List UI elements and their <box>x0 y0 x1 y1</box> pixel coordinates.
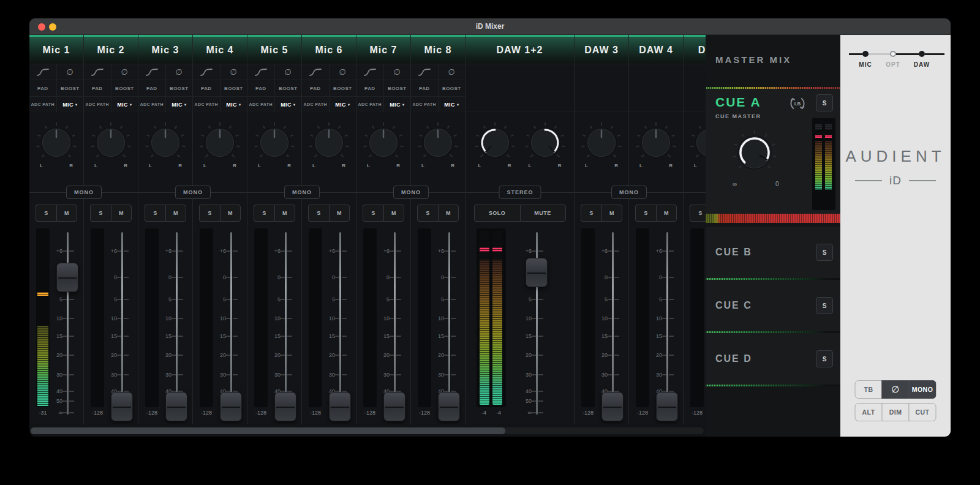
pad-button[interactable]: PAD <box>138 80 165 96</box>
mono-link-button[interactable]: MONO <box>611 186 647 199</box>
pad-button[interactable]: PAD <box>302 80 329 96</box>
boost-button[interactable]: BOOST <box>275 80 302 96</box>
pad-button[interactable]: PAD <box>247 80 274 96</box>
fader[interactable]: +605101520304050∞ <box>53 228 82 416</box>
pan-knob[interactable] <box>688 121 706 167</box>
loopback-icon[interactable]: LB <box>786 92 809 115</box>
fader-handle[interactable] <box>329 392 351 421</box>
mute-button[interactable]: M <box>329 205 350 222</box>
pad-button[interactable]: PAD <box>356 80 383 96</box>
pad-button[interactable]: PAD <box>84 80 111 96</box>
polarity-button[interactable]: ∅ <box>221 64 247 80</box>
solo-button[interactable]: S <box>363 205 383 222</box>
mute-button[interactable]: M <box>274 205 295 222</box>
solo-button[interactable]: S <box>254 205 274 222</box>
source-select[interactable]: MIC▾ <box>166 97 193 112</box>
source-select[interactable]: MIC▾ <box>330 97 356 112</box>
dim-button[interactable]: DIM <box>882 403 910 421</box>
mute-button[interactable]: M <box>656 205 677 222</box>
cue-c-solo-button[interactable]: S <box>816 297 833 314</box>
channel-header[interactable]: DAW <box>684 35 706 64</box>
talkback-button[interactable]: TB <box>855 380 883 399</box>
polarity-button[interactable]: ∅ <box>439 64 466 80</box>
channel-header[interactable]: Mic 3 <box>138 35 192 64</box>
fader-handle[interactable] <box>601 392 624 421</box>
fader[interactable]: +605101520304050∞ <box>216 228 246 416</box>
source-select[interactable]: MIC▾ <box>439 97 466 112</box>
pan-knob[interactable] <box>634 121 678 167</box>
channel-header[interactable]: Mic 1 <box>29 35 83 64</box>
source-select[interactable]: MIC▾ <box>384 97 411 112</box>
mono-button[interactable]: MONO <box>909 380 937 399</box>
fader-handle[interactable] <box>438 392 460 421</box>
mute-button[interactable]: M <box>56 205 77 222</box>
fader-handle[interactable] <box>526 258 548 287</box>
boost-button[interactable]: BOOST <box>111 80 138 96</box>
alt-speaker-button[interactable]: ALT <box>855 403 883 421</box>
mute-button[interactable]: M <box>601 205 622 222</box>
pad-button[interactable]: PAD <box>29 80 56 96</box>
boost-button[interactable]: BOOST <box>330 80 356 96</box>
mute-button[interactable]: M <box>383 205 404 222</box>
fader-handle[interactable] <box>656 392 678 421</box>
pad-button[interactable]: PAD <box>193 80 220 96</box>
boost-button[interactable]: BOOST <box>221 80 247 96</box>
cue-master-volume-knob[interactable] <box>729 127 780 178</box>
horizontal-scrollbar[interactable] <box>31 427 704 434</box>
source-select[interactable]: MIC▾ <box>57 97 84 112</box>
window-titlebar[interactable]: iD Mixer <box>29 18 951 35</box>
channel-header[interactable]: Mic 2 <box>84 35 138 64</box>
fader[interactable]: +605101520304050∞ <box>434 228 464 416</box>
opt-position-dot[interactable] <box>890 51 896 57</box>
pan-knob[interactable] <box>579 121 624 167</box>
hpf-filter-button[interactable] <box>193 64 220 80</box>
channel-header[interactable]: DAW 1+2 <box>466 35 574 64</box>
channel-header[interactable]: Mic 8 <box>411 35 465 64</box>
channel-header[interactable]: Mic 7 <box>356 35 410 64</box>
fader[interactable]: +605101520304050∞ <box>325 228 355 416</box>
fader-handle[interactable] <box>274 392 296 421</box>
boost-button[interactable]: BOOST <box>57 80 84 96</box>
polarity-button[interactable]: ∅ <box>384 64 411 80</box>
polarity-button[interactable]: ∅ <box>111 64 138 80</box>
pan-knob[interactable] <box>361 121 405 167</box>
mute-button[interactable]: M <box>220 205 241 222</box>
pan-knob[interactable] <box>252 121 296 167</box>
channel-header[interactable]: Mic 6 <box>302 35 356 64</box>
fader-handle[interactable] <box>56 263 78 292</box>
mono-link-button[interactable]: MONO <box>175 186 211 199</box>
scrollbar-thumb[interactable] <box>31 427 505 434</box>
solo-button[interactable]: S <box>635 205 656 222</box>
cut-button[interactable]: CUT <box>909 403 937 421</box>
hpf-filter-button[interactable] <box>29 64 56 80</box>
pan-knob[interactable] <box>198 121 242 167</box>
solo-button[interactable]: S <box>308 205 329 222</box>
channel-header[interactable]: DAW 3 <box>575 35 628 64</box>
channel-header[interactable]: DAW 4 <box>629 35 683 64</box>
mono-link-button[interactable]: MONO <box>393 186 429 199</box>
hpf-filter-button[interactable] <box>356 64 383 80</box>
fader-handle[interactable] <box>383 392 405 421</box>
solo-button[interactable]: S <box>417 205 438 222</box>
hpf-filter-button[interactable] <box>138 64 165 80</box>
polarity-button[interactable]: ∅ <box>166 64 193 80</box>
mute-button[interactable]: M <box>165 205 186 222</box>
fader[interactable]: +605101520304050∞ <box>107 228 137 416</box>
solo-button[interactable]: SOLO <box>474 205 520 222</box>
polarity-button[interactable]: ∅ <box>57 64 84 80</box>
fader[interactable]: +605101520304050∞ <box>598 228 627 416</box>
pan-knob[interactable] <box>143 121 187 167</box>
fader-handle[interactable] <box>165 392 187 421</box>
mute-button[interactable]: M <box>111 205 132 222</box>
stereo-link-button[interactable]: STEREO <box>499 186 541 199</box>
cue-a-solo-button[interactable]: S <box>816 94 833 111</box>
boost-button[interactable]: BOOST <box>439 80 466 96</box>
boost-button[interactable]: BOOST <box>384 80 411 96</box>
pan-knob[interactable] <box>34 121 78 167</box>
solo-button[interactable]: S <box>581 205 601 222</box>
pan-knob[interactable] <box>523 121 567 167</box>
solo-button[interactable]: S <box>690 205 706 222</box>
pan-knob[interactable] <box>89 121 133 167</box>
source-select[interactable]: MIC▾ <box>111 97 138 112</box>
hpf-filter-button[interactable] <box>411 64 438 80</box>
